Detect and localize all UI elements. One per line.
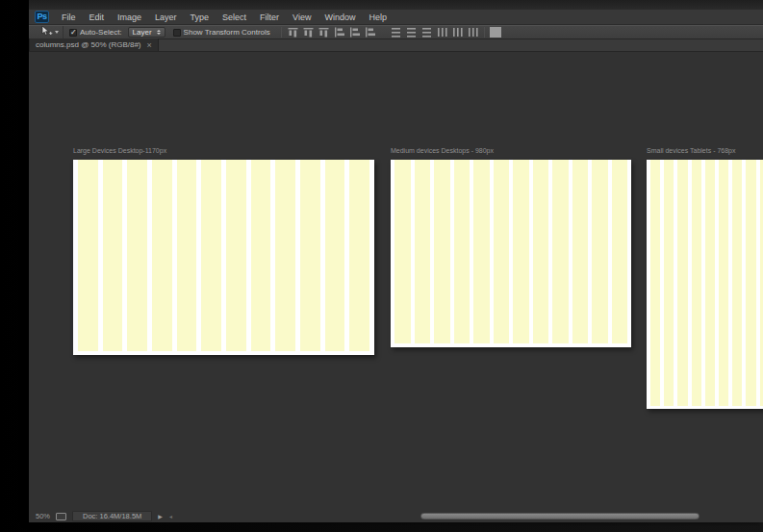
grid-column [201, 160, 221, 351]
align-vertical-centers-icon[interactable] [302, 27, 315, 38]
grid-column [760, 160, 763, 406]
align-bottom-edges-icon[interactable] [318, 27, 330, 38]
3d-mode-icon[interactable] [490, 27, 502, 38]
grid-column [664, 160, 674, 406]
distribute-right-edges-icon[interactable] [467, 27, 479, 38]
grid-column [705, 160, 715, 406]
menu-item-edit[interactable]: Edit [83, 13, 112, 22]
grid-column [592, 160, 608, 343]
toolbar-separator [281, 27, 282, 38]
photoshop-logo-icon[interactable]: Ps [35, 11, 49, 23]
distribute-top-edges-icon[interactable] [390, 27, 402, 38]
options-bar: Auto-Select: Layer Show Transform Contro… [29, 25, 763, 39]
dropdown-arrows-icon [157, 30, 161, 35]
grid-column [494, 160, 510, 343]
align-left-edges-icon[interactable] [333, 27, 345, 38]
artboard-label-large: Large Devices Desktop-1170px [73, 147, 166, 154]
artboard-large-desktop-1170[interactable] [73, 160, 374, 355]
auto-select-scope-dropdown[interactable]: Layer [128, 27, 165, 38]
auto-select-label: Auto-Select: [80, 28, 122, 37]
grid-column [78, 160, 98, 351]
artboard-label-medium: Medium devices Desktops - 980px [391, 147, 494, 154]
grid-column [677, 160, 687, 406]
auto-select-checkbox[interactable]: Auto-Select: [69, 28, 122, 37]
grid-column [152, 160, 172, 351]
document-tab[interactable]: columns.psd @ 50% (RGB/8#) × [29, 38, 159, 51]
status-flyout-arrow-icon[interactable]: ▶ [158, 513, 163, 519]
horizontal-scrollbar[interactable] [173, 513, 763, 520]
doc-size-value: Doc: 16.4M/18.5M [83, 512, 141, 520]
chevron-down-icon [55, 31, 59, 34]
grid-column [719, 160, 728, 406]
scope-dropdown-value: Layer [133, 28, 152, 37]
menu-item-filter[interactable]: Filter [253, 13, 286, 22]
grid-column [746, 160, 755, 406]
document-info-icon [56, 513, 66, 520]
grid-column [251, 160, 271, 351]
distribute-bottom-edges-icon[interactable] [420, 27, 433, 38]
tab-close-icon[interactable]: × [147, 41, 152, 49]
align-distribute-icons [287, 27, 479, 38]
document-tab-title: columns.psd @ 50% (RGB/8#) [36, 40, 141, 49]
grid-column [300, 160, 320, 351]
grid-column [572, 160, 589, 343]
move-tool-icon [40, 26, 53, 38]
menu-item-layer[interactable]: Layer [148, 13, 184, 22]
distribute-vertical-centers-icon[interactable] [405, 27, 418, 38]
menu-item-file[interactable]: File [55, 13, 83, 22]
menu-item-type[interactable]: Type [184, 13, 216, 22]
toolbar-separator [484, 27, 485, 38]
photoshop-window: Ps FileEditImageLayerTypeSelectFilterVie… [29, 0, 763, 522]
menu-item-image[interactable]: Image [111, 13, 148, 22]
align-horizontal-centers-icon[interactable] [348, 27, 361, 38]
grid-column [325, 160, 345, 351]
grid-column [513, 160, 529, 343]
grid-column [415, 160, 431, 343]
checkbox-checked-icon [69, 29, 77, 37]
artboard-medium-desktop-980[interactable] [391, 160, 631, 347]
grid-column [454, 160, 471, 343]
window-title-strip [29, 0, 763, 10]
artboard-label-small: Small devices Tablets - 768px [647, 147, 735, 154]
checkbox-unchecked-icon [173, 29, 181, 37]
grid-column [226, 160, 246, 351]
align-right-edges-icon[interactable] [364, 27, 376, 38]
grid-column [349, 160, 369, 351]
menu-item-view[interactable]: View [286, 13, 318, 22]
desktop-background: Ps FileEditImageLayerTypeSelectFilterVie… [0, 0, 763, 532]
distribute-horizontal-centers-icon[interactable] [451, 27, 464, 38]
status-bar: 50% Doc: 16.4M/18.5M ▶ ◄ [29, 510, 173, 522]
menu-item-help[interactable]: Help [362, 13, 394, 22]
grid-column [275, 160, 295, 351]
align-top-edges-icon[interactable] [287, 27, 299, 38]
grid-column [473, 160, 490, 343]
grid-column [103, 160, 123, 351]
grid-column [394, 160, 411, 343]
grid-column [177, 160, 197, 351]
grid-column [650, 160, 660, 406]
canvas-area[interactable]: Large Devices Desktop-1170px Medium devi… [29, 52, 763, 522]
grid-column [533, 160, 549, 343]
grid-column [732, 160, 742, 406]
menu-item-window[interactable]: Window [318, 13, 362, 22]
distribute-left-edges-icon[interactable] [436, 27, 448, 38]
menu-item-select[interactable]: Select [216, 13, 253, 22]
menu-items: FileEditImageLayerTypeSelectFilterViewWi… [55, 13, 394, 22]
grid-column [612, 160, 628, 343]
grid-column [692, 160, 701, 406]
document-tab-bar: columns.psd @ 50% (RGB/8#) × [29, 39, 763, 52]
grid-column [552, 160, 569, 343]
show-transform-checkbox[interactable]: Show Transform Controls [173, 28, 270, 37]
move-tool-preset-picker[interactable] [37, 26, 64, 38]
artboard-small-tablet-768[interactable] [647, 160, 763, 409]
scrollbar-thumb[interactable] [420, 513, 699, 519]
doc-size-field[interactable]: Doc: 16.4M/18.5M [72, 511, 152, 521]
show-transform-label: Show Transform Controls [184, 28, 270, 37]
zoom-level[interactable]: 50% [36, 512, 50, 520]
menu-bar: Ps FileEditImageLayerTypeSelectFilterVie… [29, 10, 763, 25]
grid-column [434, 160, 450, 343]
grid-column [127, 160, 147, 351]
